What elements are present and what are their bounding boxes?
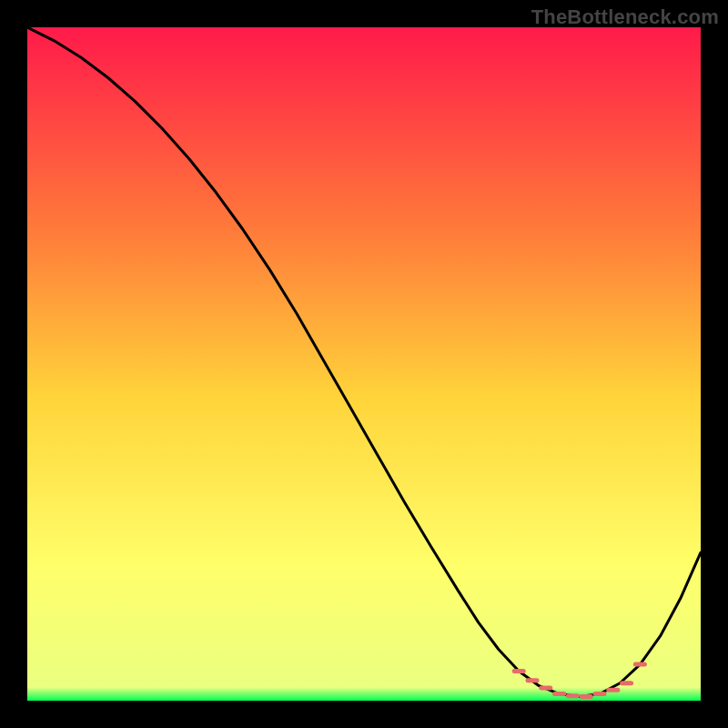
bottleneck-chart (27, 27, 701, 701)
watermark: TheBottleneck.com (531, 5, 719, 29)
gradient-background (27, 27, 701, 701)
chart-container: TheBottleneck.com (0, 0, 728, 728)
